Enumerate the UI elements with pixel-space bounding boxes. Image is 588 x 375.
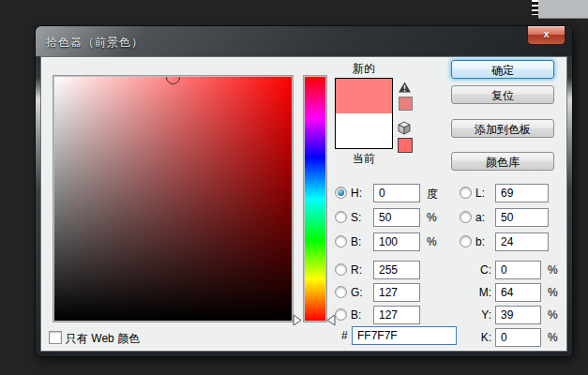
r-label: R: — [351, 263, 362, 277]
lab-b-input[interactable] — [495, 232, 549, 251]
s-suffix: % — [427, 211, 437, 224]
rgb-b-input[interactable] — [373, 306, 420, 324]
a-input[interactable] — [495, 208, 549, 227]
row-r-c: R: C: % — [41, 261, 566, 279]
g-label: G: — [351, 286, 363, 299]
s-input[interactable] — [373, 208, 420, 227]
h-input[interactable] — [373, 184, 420, 202]
m-input[interactable] — [495, 283, 541, 302]
lab-b-label: b: — [475, 235, 485, 248]
m-suffix: % — [548, 286, 558, 299]
add-to-swatches-button[interactable]: 添加到色板 — [451, 119, 554, 138]
color-picker-dialog: 拾色器（前景色） x 新的 当前 — [36, 26, 572, 356]
y-label: Y: — [454, 308, 491, 322]
y-input[interactable] — [495, 306, 541, 324]
ok-button[interactable]: 确定 — [451, 60, 554, 79]
m-label: M: — [454, 286, 491, 299]
reset-button[interactable]: 复位 — [451, 85, 554, 104]
row-b-y: B: Y: % — [41, 306, 566, 324]
hex-prefix: # — [341, 329, 348, 342]
color-libraries-button[interactable]: 颜色库 — [451, 152, 554, 171]
radio-g[interactable] — [335, 286, 347, 298]
dialog-body: 新的 当前 确定 复位 添加到色板 颜色库 H: 度 — [40, 56, 567, 352]
c-label: C: — [454, 263, 491, 277]
web-colors-only-checkbox[interactable] — [49, 331, 62, 344]
new-color-swatch — [336, 79, 392, 113]
radio-l[interactable] — [460, 187, 472, 199]
color-field-marker[interactable] — [166, 76, 180, 84]
radio-h[interactable] — [335, 187, 347, 199]
new-color-label: 新的 — [335, 61, 393, 77]
dialog-titlebar[interactable]: 拾色器（前景色） x — [36, 26, 572, 56]
radio-r[interactable] — [335, 263, 347, 276]
web-proxy-swatch[interactable] — [398, 138, 413, 153]
c-input[interactable] — [495, 261, 541, 279]
a-label: a: — [475, 211, 485, 224]
row-b-b: B: % b: — [41, 232, 566, 251]
h-label: H: — [351, 187, 362, 200]
b-brightness-suffix: % — [427, 235, 437, 248]
current-color-swatch[interactable] — [336, 113, 392, 148]
r-input[interactable] — [373, 261, 420, 279]
gamut-warning-icon[interactable] — [399, 82, 411, 93]
l-input[interactable] — [495, 184, 549, 202]
row-h-l: H: 度 L: — [41, 184, 566, 202]
h-suffix: 度 — [427, 187, 438, 202]
c-suffix: % — [548, 263, 558, 277]
radio-rgb-b[interactable] — [335, 308, 347, 321]
background-panel-fragment — [538, 0, 588, 19]
g-input[interactable] — [373, 283, 420, 302]
y-suffix: % — [548, 308, 558, 322]
gamut-proxy-swatch[interactable] — [399, 97, 413, 111]
hex-input[interactable] — [352, 326, 457, 345]
web-cube-icon[interactable] — [397, 121, 412, 135]
b-brightness-label: B: — [351, 235, 361, 248]
k-label: K: — [454, 331, 491, 344]
k-input[interactable] — [495, 328, 541, 347]
background-scroll-strip — [532, 0, 538, 15]
radio-a[interactable] — [460, 211, 472, 223]
row-s-a: S: % a: — [41, 208, 566, 227]
b-brightness-input[interactable] — [373, 232, 420, 251]
current-color-label: 当前 — [335, 151, 393, 167]
dialog-title: 拾色器（前景色） — [46, 35, 143, 51]
row-g-m: G: M: % — [41, 283, 566, 302]
s-label: S: — [351, 211, 361, 224]
k-suffix: % — [548, 331, 558, 344]
radio-s[interactable] — [335, 211, 347, 223]
radio-lab-b[interactable] — [460, 235, 472, 248]
color-compare-swatch — [335, 78, 393, 149]
radio-b-brightness[interactable] — [335, 235, 347, 248]
close-button[interactable]: x — [527, 26, 565, 45]
l-label: L: — [475, 187, 485, 200]
rgb-b-label: B: — [351, 308, 361, 322]
web-colors-only-label: 只有 Web 颜色 — [66, 331, 140, 347]
